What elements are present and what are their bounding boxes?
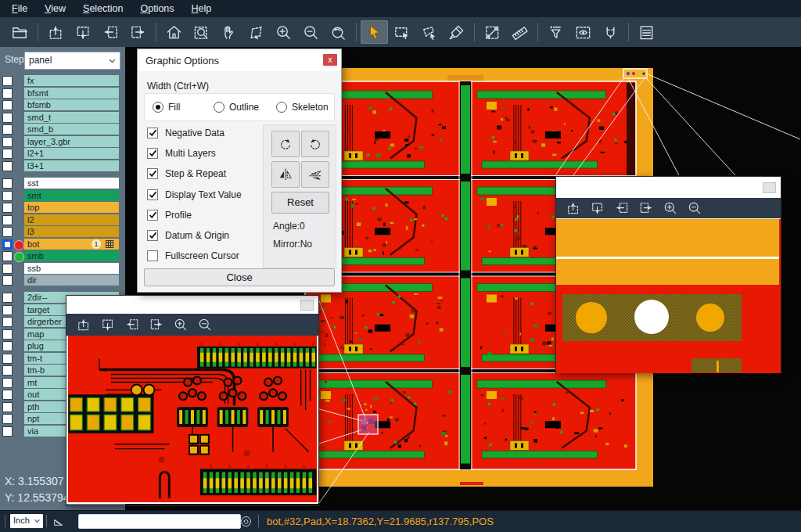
- brush-button[interactable]: [443, 20, 470, 44]
- layer-row-bfsmb[interactable]: bfsmb: [0, 99, 125, 110]
- checkbox-step-repeat[interactable]: Step & Repeat: [147, 167, 226, 180]
- snap-button[interactable]: [597, 20, 624, 44]
- layer-checkbox[interactable]: [2, 426, 13, 437]
- checkbox-multi-layers[interactable]: Multi Layers: [147, 147, 216, 160]
- layer-checkbox[interactable]: [2, 100, 13, 110]
- layer-name[interactable]: l2+1: [24, 148, 119, 159]
- layer-checkbox[interactable]: [2, 341, 13, 351]
- layer-checkbox[interactable]: [2, 191, 13, 201]
- layer-row-smd_b[interactable]: smd_b: [0, 124, 125, 135]
- pan-down-button[interactable]: [585, 199, 609, 217]
- view-options-button[interactable]: [569, 20, 597, 44]
- zoom-window-button[interactable]: [188, 20, 215, 44]
- magnifier-left-menu-button[interactable]: [300, 300, 314, 311]
- layers-panel-button[interactable]: [633, 20, 660, 44]
- close-button[interactable]: Close: [144, 268, 335, 286]
- layer-row-l2+1[interactable]: l2+1: [0, 148, 125, 159]
- move-down-button[interactable]: [70, 20, 97, 44]
- radio-outline[interactable]: Outline: [214, 102, 259, 113]
- layer-row-l2[interactable]: l2: [0, 214, 125, 225]
- layer-checkbox[interactable]: [2, 317, 13, 327]
- layer-row-smb[interactable]: smb: [0, 250, 125, 261]
- filter-button[interactable]: [542, 20, 569, 44]
- pan-up-button[interactable]: [561, 199, 585, 217]
- home-button[interactable]: [160, 20, 188, 44]
- menu-item-file[interactable]: File: [3, 0, 36, 17]
- menu-item-selection[interactable]: Selection: [74, 0, 131, 17]
- dialog-close-button[interactable]: x: [323, 54, 337, 66]
- layer-name[interactable]: l3+1: [24, 160, 119, 171]
- layer-row-ssb[interactable]: ssb: [0, 263, 125, 274]
- pan-button[interactable]: [215, 20, 242, 44]
- layer-checkbox[interactable]: [2, 293, 13, 303]
- layer-row-l3[interactable]: l3: [0, 226, 125, 237]
- move-left-button[interactable]: [97, 20, 124, 44]
- layer-checkbox[interactable]: [2, 414, 13, 424]
- layer-checkbox[interactable]: [2, 378, 13, 388]
- layer-name[interactable]: smd_t: [24, 112, 119, 123]
- layer-name[interactable]: dir: [24, 275, 119, 286]
- layer-row-smt[interactable]: smt: [0, 190, 125, 201]
- move-up-button[interactable]: [42, 20, 70, 44]
- pan-down-button[interactable]: [95, 315, 120, 334]
- select-button[interactable]: [361, 20, 388, 44]
- ruler-button[interactable]: [506, 20, 533, 44]
- layer-row-bot[interactable]: bot1: [0, 239, 125, 250]
- unit-select[interactable]: Inch: [10, 514, 43, 528]
- layer-checkbox[interactable]: [2, 203, 13, 213]
- layer-checkbox[interactable]: [2, 402, 13, 412]
- pan-up-button[interactable]: [71, 315, 95, 334]
- layer-row-layer_3.gbr[interactable]: layer_3.gbr: [0, 136, 125, 147]
- layer-checkbox[interactable]: [2, 178, 13, 189]
- layer-row-dir[interactable]: dir: [0, 275, 125, 286]
- layer-name[interactable]: sst: [24, 178, 119, 189]
- move-right-button[interactable]: [124, 20, 152, 44]
- layer-checkbox[interactable]: [2, 113, 13, 123]
- layer-checkbox[interactable]: [2, 88, 13, 99]
- layer-checkbox[interactable]: [2, 137, 13, 147]
- command-input[interactable]: [78, 514, 241, 529]
- step-select[interactable]: panel: [24, 52, 120, 70]
- origin-corner-icon[interactable]: [52, 514, 66, 528]
- pan-right-button[interactable]: [634, 199, 658, 217]
- layer-row-top[interactable]: top: [0, 202, 125, 213]
- layer-name[interactable]: top: [24, 202, 119, 213]
- zoom-out-button[interactable]: [682, 199, 706, 217]
- pan-right-button[interactable]: [144, 315, 168, 334]
- magnifier-right-view[interactable]: [556, 219, 779, 372]
- layer-name[interactable]: ssb: [24, 263, 119, 274]
- magnifier-left-view[interactable]: [68, 336, 317, 502]
- select-polygon-button[interactable]: [415, 20, 443, 44]
- checkbox-display-text-value[interactable]: Display Text Value: [147, 189, 242, 201]
- layer-checkbox[interactable]: [2, 390, 13, 400]
- checkbox-datum-origin[interactable]: Datum & Origin: [147, 229, 229, 242]
- magnifier-right-menu-button[interactable]: [763, 182, 776, 193]
- open-folder-button[interactable]: [6, 20, 34, 44]
- zoom-out-button[interactable]: [192, 315, 217, 334]
- layer-row-smd_t[interactable]: smd_t: [0, 112, 125, 123]
- checkbox-profile[interactable]: Profile: [147, 209, 192, 221]
- rotate-ccw-button[interactable]: [301, 131, 329, 157]
- pan-left-button[interactable]: [120, 315, 144, 334]
- layer-name[interactable]: l3: [24, 226, 119, 237]
- layer-checkbox[interactable]: [2, 251, 13, 261]
- magnifier-left-titlebar[interactable]: [66, 296, 318, 314]
- checkbox-negative-data[interactable]: Negative Data: [147, 127, 224, 139]
- layer-checkbox[interactable]: [2, 329, 13, 340]
- layer-name[interactable]: smd_b: [24, 124, 119, 135]
- mirror-vertical-button[interactable]: [301, 161, 329, 188]
- layer-row-fx[interactable]: fx: [0, 75, 125, 86]
- layer-checkbox[interactable]: [2, 275, 13, 286]
- refresh-icon[interactable]: [239, 515, 253, 528]
- checkbox-fullscreen-cursor[interactable]: Fullscreen Cursor: [147, 250, 239, 262]
- zoom-previous-button[interactable]: [325, 20, 352, 44]
- select-rectangle-button[interactable]: [388, 20, 415, 44]
- layer-checkbox[interactable]: [2, 365, 13, 376]
- mirror-horizontal-button[interactable]: [271, 161, 300, 188]
- layer-checkbox[interactable]: [2, 264, 13, 274]
- pan-left-button[interactable]: [609, 199, 634, 217]
- layer-checkbox[interactable]: [2, 161, 13, 171]
- reset-button[interactable]: Reset: [271, 192, 329, 214]
- layer-row-l3+1[interactable]: l3+1: [0, 160, 125, 171]
- dialog-titlebar[interactable]: Graphic Options x: [138, 49, 341, 71]
